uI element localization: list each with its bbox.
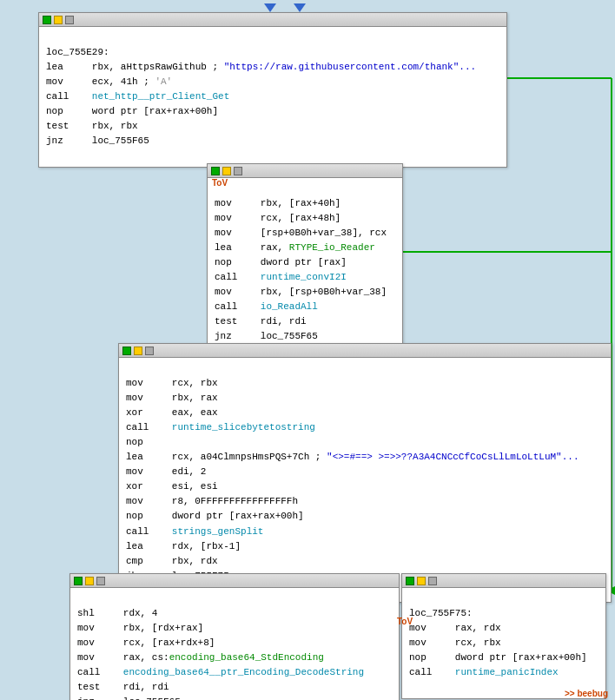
b3-line3: xor eax, eax (126, 407, 218, 418)
block3-titlebar (119, 344, 611, 358)
b4-line5: call encoding_base64__ptr_Encoding_Decod… (77, 667, 364, 677)
b3-line12: lea rdx, [rbx-1] (126, 541, 241, 551)
btn-gray-2 (234, 167, 242, 175)
btn-yellow-3 (134, 347, 142, 355)
b2-line5: nop dword ptr [rax] (215, 257, 347, 267)
arrow-left-icon (264, 3, 276, 12)
b3-line10: nop dword ptr [rax+rax+00h] (126, 511, 304, 521)
b4-line3: mov rcx, [rax+rdx+8] (77, 637, 215, 648)
line-lea: lea rbx, aHttpsRawGithub ; "https://raw.… (46, 62, 476, 72)
tov-label-2: ToV (212, 178, 228, 188)
block2-titlebar (208, 164, 402, 178)
b5-line4: nop dword ptr [rax+rax+00h] (409, 652, 587, 663)
b3-line1: mov rcx, rbx (126, 378, 218, 388)
arrow-right-icon (294, 3, 306, 12)
btn-gray-1 (65, 16, 74, 24)
btn-green-3 (122, 347, 131, 355)
b3-line9: mov r8, 0FFFFFFFFFFFFFFFFh (126, 496, 298, 506)
b3-line5: nop (126, 437, 143, 447)
b5-line2: mov rax, rdx (409, 623, 501, 633)
line-mov-ecx: mov ecx, 41h ; 'A' (46, 76, 172, 87)
b3-line6: lea rcx, a04ClmnpsHmsPQS+7Ch ; "<>=#==> … (126, 452, 579, 462)
block4-content: shl rdx, 4 mov rbx, [rdx+rax] mov rcx, [… (70, 588, 399, 700)
b4-line7: jnz loc_755F65 (77, 697, 181, 700)
btn-yellow-2 (222, 167, 231, 175)
b5-line1: loc_755F75: (409, 608, 473, 618)
btn-yellow-1 (54, 16, 63, 24)
btn-green-2 (211, 167, 220, 175)
line-test1: test rbx, rbx (46, 121, 138, 131)
b5-line3: mov rcx, rbx (409, 637, 501, 648)
b2-line2: mov rcx, [rax+48h] (215, 213, 341, 223)
b3-line4: call runtime_slicebytetostring (126, 422, 315, 433)
line-jnz1: jnz loc_755F65 (46, 135, 149, 146)
code-block-3: mov rcx, rbx mov rbx, rax xor eax, eax c… (118, 343, 612, 603)
b4-line4: mov rax, cs:encoding_base64_StdEncoding (77, 652, 324, 663)
block4-titlebar (70, 574, 399, 588)
btn-gray-3 (145, 347, 154, 355)
btn-gray-5 (428, 577, 437, 585)
block2-content: mov rbx, [rax+40h] mov rcx, [rax+48h] mo… (208, 178, 402, 363)
btn-green-1 (43, 16, 51, 24)
btn-yellow-5 (417, 577, 426, 585)
b2-line4: lea rax, RTYPE_io_Reader (215, 242, 375, 253)
b2-line3: mov [rsp+0B0h+var_38], rcx (215, 228, 387, 238)
watermark: >> beebug (565, 689, 608, 698)
code-block-1: loc_755E29: lea rbx, aHttpsRawGithub ; "… (38, 12, 507, 168)
btn-gray-4 (96, 577, 105, 585)
b3-line2: mov rbx, rax (126, 393, 218, 403)
b3-line7: mov edi, 2 (126, 466, 206, 477)
b2-line10: jnz loc_755F65 (215, 331, 318, 341)
b4-line6: test rdi, rdi (77, 682, 169, 692)
block5-content: loc_755F75: mov rax, rdx mov rcx, rbx no… (402, 588, 605, 698)
line-nop1: nop word ptr [rax+rax+00h] (46, 106, 218, 116)
tov-label-1: ToV (397, 617, 413, 626)
b3-line8: xor esi, esi (126, 481, 218, 492)
b2-line6: call runtime_convI2I (215, 272, 347, 282)
b3-line11: call strings_genSplit (126, 526, 263, 537)
b2-line9: test rdi, rdi (215, 316, 307, 327)
line-call-net: call net_http__ptr_Client_Get (46, 91, 229, 102)
btn-yellow-4 (85, 577, 94, 585)
code-block-4: shl rdx, 4 mov rbx, [rdx+rax] mov rcx, [… (69, 573, 400, 700)
block5-titlebar (402, 574, 605, 588)
b5-line5: call runtime_panicIndex (409, 667, 559, 677)
b2-line1: mov rbx, [rax+40h] (215, 198, 341, 208)
b4-line2: mov rbx, [rdx+rax] (77, 623, 203, 633)
btn-green-4 (74, 577, 83, 585)
block1-titlebar (39, 13, 506, 27)
code-block-5: loc_755F75: mov rax, rdx mov rcx, rbx no… (401, 573, 606, 699)
b3-line13: cmp rbx, rdx (126, 556, 218, 566)
code-block-2: mov rbx, [rax+40h] mov rcx, [rax+48h] mo… (207, 163, 403, 364)
line-label: loc_755E29: (46, 47, 109, 57)
b4-line1: shl rdx, 4 (77, 608, 157, 618)
block1-content: loc_755E29: lea rbx, aHttpsRawGithub ; "… (39, 27, 506, 167)
block3-content: mov rcx, rbx mov rbx, rax xor eax, eax c… (119, 358, 611, 602)
b2-line8: call io_ReadAll (215, 301, 318, 312)
btn-green-5 (406, 577, 414, 585)
b2-line7: mov rbx, [rsp+0B0h+var_38] (215, 287, 387, 297)
